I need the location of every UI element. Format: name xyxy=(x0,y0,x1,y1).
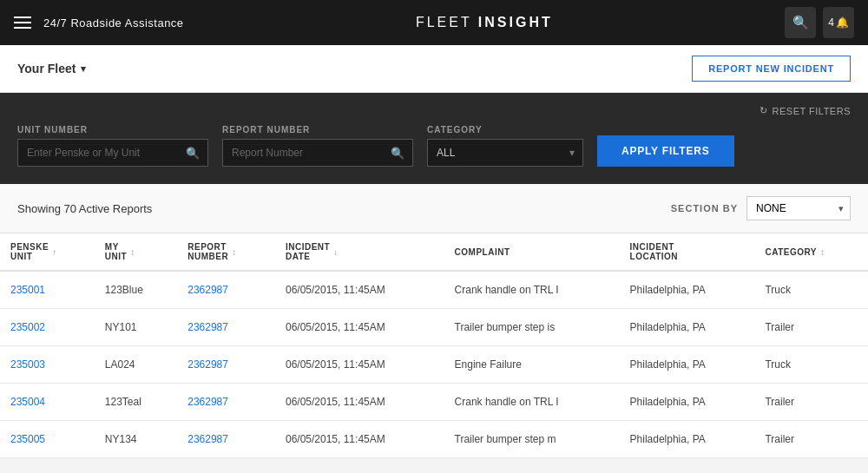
header-actions: 🔍 4 🔔 xyxy=(785,7,854,38)
sub-header: Your Fleet ▾ REPORT NEW INCIDENT xyxy=(0,45,868,93)
category-filter: CATEGORY ALL Truck Trailer Other ▾ xyxy=(427,125,583,167)
fleet-chevron-icon: ▾ xyxy=(81,63,86,75)
cell-report-number: 2362987 xyxy=(177,384,275,421)
cell-penske-unit: 235004 xyxy=(0,384,95,421)
cell-category: Trailer xyxy=(754,384,868,421)
reset-filters-label: RESET FILTERS xyxy=(773,106,851,116)
col-my-unit[interactable]: MYUNIT ↕ xyxy=(95,233,177,271)
apply-filters-button[interactable]: APPLY FILTERS xyxy=(597,135,734,167)
app-logo: FLEET INSIGHT xyxy=(184,15,785,30)
cell-incident-location: Philadelphia, PA xyxy=(620,271,755,309)
penske-unit-link[interactable]: 235005 xyxy=(10,433,45,445)
report-number-filter: REPORT NUMBER 🔍 xyxy=(222,125,413,167)
report-number-link[interactable]: 2362987 xyxy=(187,396,228,408)
filters-section: ↻ RESET FILTERS UNIT NUMBER 🔍 REPORT NUM… xyxy=(0,93,868,184)
report-number-input[interactable] xyxy=(222,139,413,167)
cell-report-number: 2362987 xyxy=(177,309,275,346)
col-incident-location: INCIDENTLOCATION xyxy=(620,233,755,271)
penske-unit-sort-icon: ↑ xyxy=(52,247,57,257)
reset-filters-button[interactable]: ↻ RESET FILTERS xyxy=(760,105,851,116)
notify-bell-icon: 🔔 xyxy=(836,16,849,29)
cell-incident-date: 06/05/2015, 11:45AM xyxy=(275,271,444,309)
cell-incident-date: 06/05/2015, 11:45AM xyxy=(275,309,444,346)
cell-report-number: 2362987 xyxy=(177,346,275,384)
cell-incident-location: Philadelphia, PA xyxy=(620,346,755,384)
report-number-link[interactable]: 2362987 xyxy=(187,433,228,445)
category-select[interactable]: ALL Truck Trailer Other xyxy=(427,139,583,167)
penske-unit-link[interactable]: 235003 xyxy=(10,358,45,371)
table-row: 235003 LA024 2362987 06/05/2015, 11:45AM… xyxy=(0,346,868,384)
cell-my-unit: LA024 xyxy=(95,346,177,384)
cell-complaint: Trailer bumper step is xyxy=(444,309,620,346)
filters-row: UNIT NUMBER 🔍 REPORT NUMBER 🔍 CATEGORY A… xyxy=(17,125,851,167)
cell-incident-date: 06/05/2015, 11:45AM xyxy=(275,421,444,458)
col-incident-date[interactable]: INCIDENTDATE ↓ xyxy=(275,233,444,271)
incidents-table: PENSKEUNIT ↑ MYUNIT ↕ REPORTNUMBER ↕ xyxy=(0,233,868,458)
cell-incident-date: 06/05/2015, 11:45AM xyxy=(275,346,444,384)
notify-count: 4 xyxy=(828,16,834,29)
cell-incident-location: Philadelphia, PA xyxy=(620,421,755,458)
report-number-link[interactable]: 2362987 xyxy=(187,358,228,371)
fleet-label: Your Fleet xyxy=(17,62,76,76)
cell-complaint: Trailer bumper step m xyxy=(444,421,620,458)
cell-my-unit: NY101 xyxy=(95,309,177,346)
penske-unit-link[interactable]: 235004 xyxy=(10,396,45,408)
penske-unit-link[interactable]: 235002 xyxy=(10,321,45,333)
category-sort-icon: ↕ xyxy=(820,247,825,257)
cell-report-number: 2362987 xyxy=(177,271,275,309)
cell-my-unit: 123Teal xyxy=(95,384,177,421)
col-report-number[interactable]: REPORTNUMBER ↕ xyxy=(177,233,275,271)
penske-unit-link[interactable]: 235001 xyxy=(10,284,45,296)
results-section: Showing 70 Active Reports SECTION BY NON… xyxy=(0,184,868,458)
col-complaint: COMPLAINT xyxy=(444,233,620,271)
category-select-wrap: ALL Truck Trailer Other ▾ xyxy=(427,139,583,167)
cell-penske-unit: 235003 xyxy=(0,346,95,384)
table-row: 235005 NY134 2362987 06/05/2015, 11:45AM… xyxy=(0,421,868,458)
cell-category: Trailer xyxy=(754,421,868,458)
cell-complaint: Crank handle on TRL I xyxy=(444,384,620,421)
cell-complaint: Engine Failure xyxy=(444,346,620,384)
cell-my-unit: NY134 xyxy=(95,421,177,458)
report-number-sort-icon: ↕ xyxy=(232,247,237,257)
section-by-label: SECTION BY xyxy=(671,203,738,214)
cell-penske-unit: 235005 xyxy=(0,421,95,458)
unit-number-input-wrap: 🔍 xyxy=(17,139,208,167)
cell-my-unit: 123Blue xyxy=(95,271,177,309)
header: 24/7 Roadside Assistance FLEET INSIGHT 🔍… xyxy=(0,0,868,45)
report-number-link[interactable]: 2362987 xyxy=(187,284,228,296)
unit-number-label: UNIT NUMBER xyxy=(17,125,208,135)
report-number-label: REPORT NUMBER xyxy=(222,125,413,135)
fleet-selector[interactable]: Your Fleet ▾ xyxy=(17,62,86,76)
cell-category: Truck xyxy=(754,271,868,309)
results-count: Showing 70 Active Reports xyxy=(17,202,152,215)
logo-bold: INSIGHT xyxy=(478,15,553,30)
report-new-incident-button[interactable]: REPORT NEW INCIDENT xyxy=(692,56,851,82)
table-row: 235004 123Teal 2362987 06/05/2015, 11:45… xyxy=(0,384,868,421)
filters-reset-row: ↻ RESET FILTERS xyxy=(17,105,851,116)
my-unit-sort-icon: ↕ xyxy=(130,247,135,257)
cell-category: Trailer xyxy=(754,309,868,346)
cell-report-number: 2362987 xyxy=(177,421,275,458)
col-penske-unit[interactable]: PENSKEUNIT ↑ xyxy=(0,233,95,271)
category-label: CATEGORY xyxy=(427,125,583,135)
section-by-row: SECTION BY NONE CATEGORY LOCATION DATE ▾ xyxy=(671,196,851,220)
report-number-link[interactable]: 2362987 xyxy=(187,321,228,333)
logo-light: FLEET xyxy=(416,15,478,30)
cell-penske-unit: 235002 xyxy=(0,309,95,346)
cell-incident-date: 06/05/2015, 11:45AM xyxy=(275,384,444,421)
cell-penske-unit: 235001 xyxy=(0,271,95,309)
cell-incident-location: Philadelphia, PA xyxy=(620,309,755,346)
header-search-button[interactable]: 🔍 xyxy=(785,7,816,38)
menu-icon[interactable] xyxy=(14,16,31,29)
cell-category: Truck xyxy=(754,346,868,384)
unit-number-input[interactable] xyxy=(17,139,208,167)
unit-number-filter: UNIT NUMBER 🔍 xyxy=(17,125,208,167)
col-category[interactable]: CATEGORY ↕ xyxy=(754,233,868,271)
incident-date-sort-icon: ↓ xyxy=(333,247,339,257)
header-notify-button[interactable]: 4 🔔 xyxy=(823,7,854,38)
report-number-input-wrap: 🔍 xyxy=(222,139,413,167)
section-by-select-wrap: NONE CATEGORY LOCATION DATE ▾ xyxy=(746,196,851,220)
app-title: 24/7 Roadside Assistance xyxy=(43,16,184,30)
table-row: 235002 NY101 2362987 06/05/2015, 11:45AM… xyxy=(0,309,868,346)
section-by-select[interactable]: NONE CATEGORY LOCATION DATE xyxy=(746,196,851,220)
